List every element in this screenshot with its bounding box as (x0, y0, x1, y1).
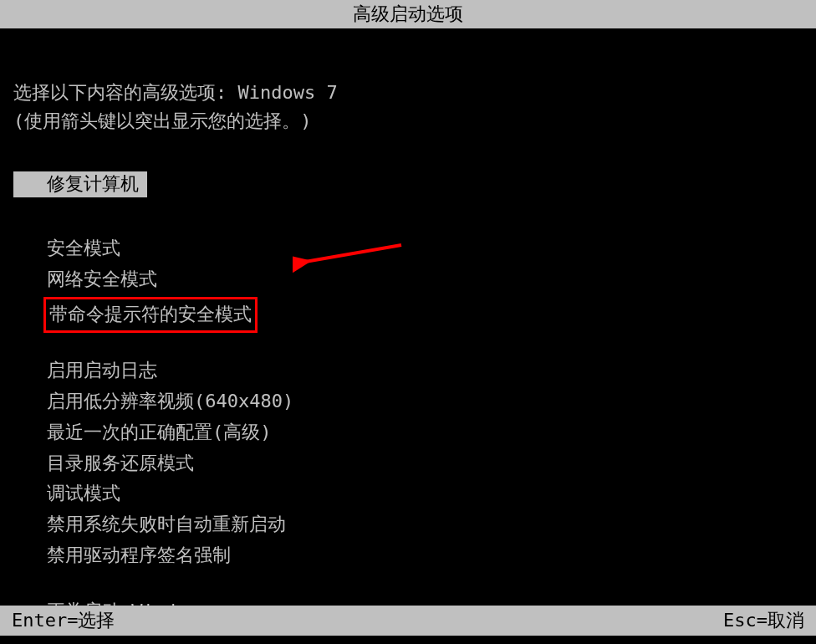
menu-directory-restore[interactable]: 目录服务还原模式 (13, 451, 803, 477)
menu-disable-auto-restart[interactable]: 禁用系统失败时自动重新启动 (13, 512, 803, 538)
menu-safe-mode-command-prompt[interactable]: 带命令提示符的安全模式 (46, 302, 252, 328)
menu-low-res-video[interactable]: 启用低分辨率视频(640x480) (13, 389, 803, 415)
content-area: 选择以下内容的高级选项: Windows 7 (使用箭头键以突出显示您的选择。)… (0, 28, 816, 644)
menu-last-known-good[interactable]: 最近一次的正确配置(高级) (13, 420, 803, 446)
menu-disable-driver-signature[interactable]: 禁用驱动程序签名强制 (13, 543, 803, 569)
page-title: 高级启动选项 (353, 3, 463, 24)
annotation-arrow (293, 241, 410, 274)
svg-line-1 (305, 245, 401, 262)
footer-esc: Esc=取消 (723, 608, 804, 633)
menu-debugging-mode[interactable]: 调试模式 (13, 481, 803, 507)
header-bar: 高级启动选项 (0, 0, 816, 28)
selected-item-wrapper: 修复计算机 (13, 171, 803, 202)
intro-line2: (使用箭头键以突出显示您的选择。) (13, 109, 803, 134)
footer-bar: Enter=选择 Esc=取消 (0, 606, 816, 636)
footer-enter: Enter=选择 (12, 608, 115, 633)
annotation-red-box: 带命令提示符的安全模式 (43, 297, 258, 333)
menu-boot-logging[interactable]: 启用启动日志 (13, 358, 803, 384)
intro-line1: 选择以下内容的高级选项: Windows 7 (13, 80, 803, 105)
menu-repair-computer[interactable]: 修复计算机 (13, 171, 147, 197)
